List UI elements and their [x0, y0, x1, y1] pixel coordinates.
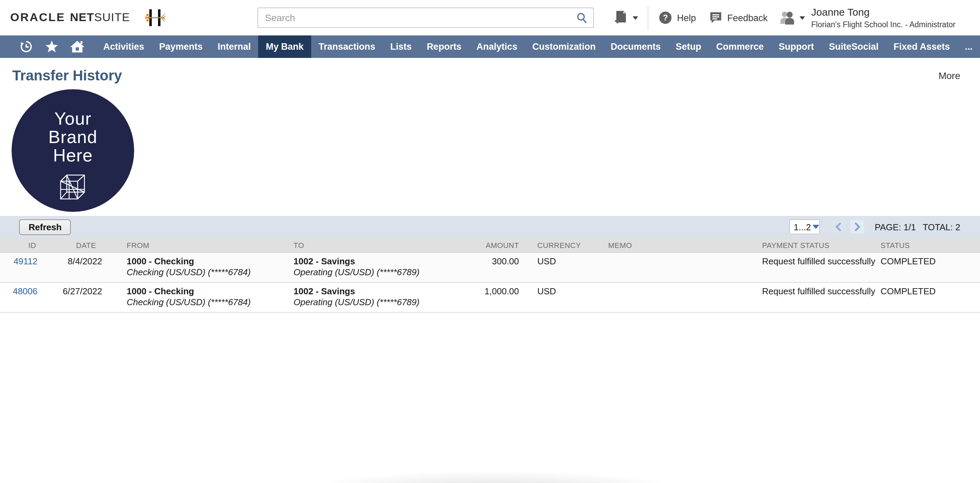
search-input[interactable] — [258, 12, 570, 23]
nav-item-lists[interactable]: Lists — [383, 35, 419, 58]
help-icon: ? — [659, 11, 672, 24]
nav-item-transactions[interactable]: Transactions — [311, 35, 383, 58]
nav-item-setup[interactable]: Setup — [668, 35, 709, 58]
from-account-detail: Checking (US/USD) (*****6784) — [127, 267, 294, 277]
column-header-status[interactable]: STATUS — [878, 241, 968, 249]
chevron-right-icon — [854, 223, 861, 231]
list-toolbar: Refresh 1...2 PAGE: 1/1 TOTAL: 2 — [0, 216, 980, 238]
page-range-value: 1...2 — [794, 222, 811, 232]
refresh-button[interactable]: Refresh — [19, 219, 71, 235]
column-header-id[interactable]: ID — [12, 241, 40, 249]
nav-item-my-bank[interactable]: My Bank — [258, 35, 311, 58]
from-account-cell: 1000 - Checking Checking (US/USD) (*****… — [104, 286, 294, 307]
nav-item-support[interactable]: Support — [771, 35, 822, 58]
top-bar: ORACLE NETSUITE — [0, 0, 980, 35]
transfer-status: COMPLETED — [878, 286, 968, 307]
to-account-cell: 1002 - Savings Operating (US/USD) (*****… — [294, 256, 476, 277]
search-icon[interactable] — [570, 8, 593, 27]
previous-page-button[interactable] — [832, 220, 845, 234]
nav-item-suitesocial[interactable]: SuiteSocial — [821, 35, 886, 58]
bottom-shadow — [242, 455, 746, 483]
oracle-netsuite-logo[interactable]: ORACLE NETSUITE — [10, 0, 165, 35]
brand-logo-badge: Your Brand Here — [11, 89, 134, 212]
column-header-payment-status[interactable]: PAYMENT STATUS — [759, 241, 878, 249]
table-row: 48006 6/27/2022 1000 - Checking Checking… — [0, 283, 980, 313]
to-account-detail: Operating (US/USD) (*****6789) — [294, 267, 476, 277]
company-logo-icon — [145, 7, 165, 29]
chevron-left-icon — [835, 223, 842, 231]
payment-status: Request fulfilled successfully — [759, 286, 878, 307]
page-indicator: PAGE: 1/1 — [875, 222, 916, 232]
transfer-amount: 300.00 — [476, 256, 528, 277]
roles-menu-button[interactable] — [779, 10, 805, 25]
nav-item-fixed-assets[interactable]: Fixed Assets — [886, 35, 958, 58]
nav-item-payments[interactable]: Payments — [151, 35, 210, 58]
transfer-id-link[interactable]: 48006 — [13, 286, 37, 296]
help-button[interactable]: ? Help — [659, 11, 696, 24]
page-select-caret-icon — [812, 225, 819, 229]
brand-line-1: Your — [54, 110, 91, 128]
column-header-from[interactable]: FROM — [104, 241, 294, 249]
more-link[interactable]: More — [939, 70, 960, 81]
topbar-divider — [648, 5, 648, 30]
nav-item-reports[interactable]: Reports — [419, 35, 469, 58]
help-label: Help — [677, 13, 696, 23]
from-account-cell: 1000 - Checking Checking (US/USD) (*****… — [104, 256, 294, 277]
page-header: Transfer History More — [0, 58, 980, 89]
table-body: 49112 8/4/2022 1000 - Checking Checking … — [0, 253, 980, 313]
from-account-name: 1000 - Checking — [127, 286, 294, 296]
transfer-memo — [603, 256, 759, 277]
recent-records-icon[interactable] — [14, 35, 39, 58]
top-bar-right: ? Help Feedback — [614, 0, 980, 35]
brand-line-3: Here — [53, 147, 93, 165]
to-account-name: 1002 - Savings — [294, 256, 476, 266]
column-header-amount[interactable]: AMOUNT — [476, 241, 528, 249]
transfer-status: COMPLETED — [878, 256, 968, 277]
from-account-detail: Checking (US/USD) (*****6784) — [127, 297, 294, 307]
netsuite-logo-suite: SUITE — [94, 11, 130, 24]
nav-item-commerce[interactable]: Commerce — [709, 35, 771, 58]
transfer-currency: USD — [528, 286, 603, 307]
nav-item-activities[interactable]: Activities — [96, 35, 151, 58]
transfer-id-link[interactable]: 49112 — [14, 256, 37, 266]
page-range-select[interactable]: 1...2 — [790, 219, 820, 234]
to-account-cell: 1002 - Savings Operating (US/USD) (*****… — [294, 286, 476, 307]
user-org-role: Florian's Flight School Inc. - Administr… — [811, 19, 956, 29]
to-account-name: 1002 - Savings — [294, 286, 476, 296]
svg-text:?: ? — [663, 13, 668, 22]
next-page-button[interactable] — [851, 220, 865, 234]
column-header-date[interactable]: DATE — [40, 241, 104, 249]
roles-icon — [779, 10, 797, 25]
feedback-button[interactable]: Feedback — [709, 11, 768, 24]
feedback-label: Feedback — [727, 13, 768, 23]
from-account-name: 1000 - Checking — [127, 256, 294, 266]
roles-caret-icon — [800, 16, 805, 19]
oracle-logo-text: ORACLE — [10, 11, 65, 24]
shortcuts-star-icon[interactable] — [39, 35, 65, 58]
nav-item-analytics[interactable]: Analytics — [469, 35, 525, 58]
nav-menu: Activities Payments Internal My Bank Tra… — [96, 35, 980, 58]
transfer-currency: USD — [528, 256, 603, 277]
nav-item-internal[interactable]: Internal — [210, 35, 258, 58]
transfer-date: 8/4/2022 — [40, 256, 104, 277]
transfer-date: 6/27/2022 — [40, 286, 104, 307]
create-new-icon[interactable] — [614, 10, 638, 25]
column-header-memo[interactable]: MEMO — [603, 241, 759, 249]
brand-line-2: Brand — [48, 128, 97, 147]
user-menu[interactable]: Joanne Tong Florian's Flight School Inc.… — [811, 6, 956, 29]
table-row: 49112 8/4/2022 1000 - Checking Checking … — [0, 253, 980, 283]
global-search — [258, 8, 594, 28]
nav-item-documents[interactable]: Documents — [603, 35, 668, 58]
user-name: Joanne Tong — [811, 6, 956, 19]
nav-item-customization[interactable]: Customization — [525, 35, 603, 58]
home-icon[interactable] — [65, 35, 90, 58]
column-header-currency[interactable]: CURRENCY — [528, 241, 603, 249]
create-new-caret-icon — [633, 16, 638, 19]
transfer-memo — [603, 286, 759, 307]
wireframe-cube-icon — [58, 171, 88, 206]
column-header-to[interactable]: TO — [294, 241, 476, 249]
total-indicator: TOTAL: 2 — [923, 222, 960, 232]
nav-item-overflow[interactable]: ... — [958, 35, 980, 58]
page-title: Transfer History — [12, 67, 122, 84]
pagination-controls: 1...2 PAGE: 1/1 TOTAL: 2 — [790, 219, 960, 234]
